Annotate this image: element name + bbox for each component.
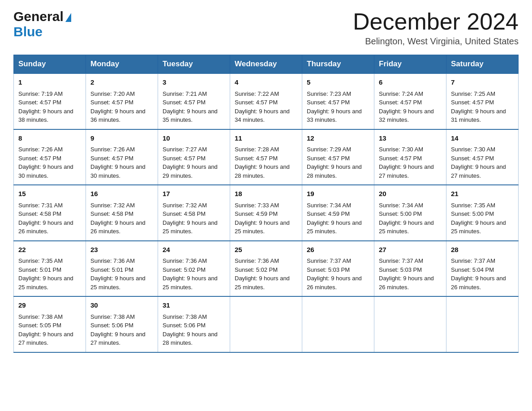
calendar-cell: 13Sunrise: 7:30 AMSunset: 4:57 PMDayligh… (374, 129, 446, 185)
sunrise-label: Sunrise: 7:33 AM (235, 202, 279, 209)
sunset-label: Sunset: 4:57 PM (18, 99, 61, 106)
sunset-label: Sunset: 5:05 PM (18, 322, 61, 329)
calendar-cell (230, 296, 302, 352)
sunset-label: Sunset: 5:02 PM (235, 266, 278, 273)
calendar-cell: 30Sunrise: 7:38 AMSunset: 5:06 PMDayligh… (86, 296, 158, 352)
daylight-label: Daylight: 9 hours and 34 minutes. (235, 108, 290, 124)
calendar-header-row: Sunday Monday Tuesday Wednesday Thursday… (14, 55, 519, 74)
calendar-cell: 25Sunrise: 7:36 AMSunset: 5:02 PMDayligh… (230, 241, 302, 297)
sunrise-label: Sunrise: 7:19 AM (18, 90, 63, 97)
calendar-cell: 31Sunrise: 7:38 AMSunset: 5:06 PMDayligh… (158, 296, 230, 352)
calendar-cell: 19Sunrise: 7:34 AMSunset: 4:59 PMDayligh… (302, 185, 374, 241)
day-number: 23 (90, 245, 153, 255)
col-sunday: Sunday (14, 55, 86, 74)
logo-general-text: General (13, 9, 64, 24)
sunrise-label: Sunrise: 7:27 AM (163, 146, 207, 153)
calendar-cell: 24Sunrise: 7:36 AMSunset: 5:02 PMDayligh… (158, 241, 230, 297)
sunset-label: Sunset: 4:57 PM (235, 99, 278, 106)
day-number: 15 (18, 189, 81, 199)
calendar-cell: 8Sunrise: 7:26 AMSunset: 4:57 PMDaylight… (14, 129, 86, 185)
day-number: 5 (307, 77, 369, 88)
sunrise-label: Sunrise: 7:24 AM (379, 90, 423, 97)
daylight-label: Daylight: 9 hours and 32 minutes. (379, 108, 434, 124)
day-number: 16 (90, 189, 153, 199)
sunrise-label: Sunrise: 7:22 AM (235, 90, 279, 97)
daylight-label: Daylight: 9 hours and 30 minutes. (18, 163, 73, 179)
calendar-cell: 4Sunrise: 7:22 AMSunset: 4:57 PMDaylight… (230, 73, 302, 129)
calendar-week-3: 15Sunrise: 7:31 AMSunset: 4:58 PMDayligh… (14, 185, 519, 241)
sunset-label: Sunset: 5:01 PM (90, 266, 133, 273)
daylight-label: Daylight: 9 hours and 27 minutes. (379, 163, 434, 179)
sunrise-label: Sunrise: 7:34 AM (379, 202, 423, 209)
calendar-week-1: 1Sunrise: 7:19 AMSunset: 4:57 PMDaylight… (14, 73, 519, 129)
daylight-label: Daylight: 9 hours and 25 minutes. (163, 275, 218, 291)
daylight-label: Daylight: 9 hours and 25 minutes. (163, 219, 218, 235)
sunset-label: Sunset: 5:03 PM (307, 266, 350, 273)
calendar-cell: 17Sunrise: 7:32 AMSunset: 4:58 PMDayligh… (158, 185, 230, 241)
sunset-label: Sunset: 4:59 PM (307, 210, 350, 217)
sunrise-label: Sunrise: 7:21 AM (163, 90, 207, 97)
sunrise-label: Sunrise: 7:37 AM (307, 257, 351, 264)
calendar-cell: 1Sunrise: 7:19 AMSunset: 4:57 PMDaylight… (14, 73, 86, 129)
sunrise-label: Sunrise: 7:38 AM (18, 313, 63, 320)
day-number: 21 (451, 189, 514, 199)
day-number: 2 (90, 77, 153, 88)
calendar-cell: 29Sunrise: 7:38 AMSunset: 5:05 PMDayligh… (14, 296, 86, 352)
day-number: 30 (90, 300, 153, 311)
sunrise-label: Sunrise: 7:32 AM (163, 202, 207, 209)
daylight-label: Daylight: 9 hours and 29 minutes. (163, 163, 218, 179)
day-number: 14 (451, 133, 514, 144)
col-monday: Monday (86, 55, 158, 74)
col-tuesday: Tuesday (158, 55, 230, 74)
daylight-label: Daylight: 9 hours and 27 minutes. (451, 163, 506, 179)
daylight-label: Daylight: 9 hours and 26 minutes. (90, 219, 146, 235)
day-number: 31 (163, 300, 225, 311)
calendar-cell: 26Sunrise: 7:37 AMSunset: 5:03 PMDayligh… (302, 241, 374, 297)
day-number: 22 (18, 245, 81, 255)
sunset-label: Sunset: 5:00 PM (451, 210, 494, 217)
sunrise-label: Sunrise: 7:32 AM (90, 202, 135, 209)
sunset-label: Sunset: 5:04 PM (451, 266, 494, 273)
day-number: 24 (163, 245, 225, 255)
sunrise-label: Sunrise: 7:23 AM (307, 90, 351, 97)
sunset-label: Sunset: 4:58 PM (18, 210, 61, 217)
daylight-label: Daylight: 9 hours and 26 minutes. (307, 275, 362, 291)
day-number: 25 (235, 245, 297, 255)
sunset-label: Sunset: 5:06 PM (163, 322, 206, 329)
calendar-cell: 9Sunrise: 7:26 AMSunset: 4:57 PMDaylight… (86, 129, 158, 185)
daylight-label: Daylight: 9 hours and 28 minutes. (235, 163, 290, 179)
sunset-label: Sunset: 4:57 PM (379, 99, 422, 106)
page-title: December 2024 (353, 9, 519, 34)
sunset-label: Sunset: 4:58 PM (163, 210, 206, 217)
day-number: 28 (451, 245, 514, 255)
col-thursday: Thursday (302, 55, 374, 74)
daylight-label: Daylight: 9 hours and 30 minutes. (90, 163, 146, 179)
calendar-cell: 21Sunrise: 7:35 AMSunset: 5:00 PMDayligh… (446, 185, 519, 241)
day-number: 27 (379, 245, 442, 255)
sunset-label: Sunset: 5:06 PM (90, 322, 133, 329)
sunrise-label: Sunrise: 7:36 AM (235, 257, 279, 264)
logo-arrow-icon (65, 13, 71, 22)
sunset-label: Sunset: 4:57 PM (451, 99, 494, 106)
sunset-label: Sunset: 4:57 PM (235, 155, 278, 162)
sunrise-label: Sunrise: 7:37 AM (379, 257, 423, 264)
sunset-label: Sunset: 4:57 PM (90, 155, 133, 162)
day-number: 10 (163, 133, 225, 144)
calendar-cell: 22Sunrise: 7:35 AMSunset: 5:01 PMDayligh… (14, 241, 86, 297)
daylight-label: Daylight: 9 hours and 25 minutes. (451, 219, 506, 235)
calendar-cell: 27Sunrise: 7:37 AMSunset: 5:03 PMDayligh… (374, 241, 446, 297)
daylight-label: Daylight: 9 hours and 27 minutes. (18, 331, 73, 347)
sunset-label: Sunset: 5:00 PM (379, 210, 422, 217)
day-number: 26 (307, 245, 369, 255)
sunset-label: Sunset: 4:57 PM (379, 155, 422, 162)
day-number: 29 (18, 300, 81, 311)
col-wednesday: Wednesday (230, 55, 302, 74)
daylight-label: Daylight: 9 hours and 25 minutes. (379, 219, 434, 235)
daylight-label: Daylight: 9 hours and 27 minutes. (90, 331, 146, 347)
sunrise-label: Sunrise: 7:26 AM (18, 146, 63, 153)
day-number: 9 (90, 133, 153, 144)
daylight-label: Daylight: 9 hours and 35 minutes. (163, 108, 218, 124)
daylight-label: Daylight: 9 hours and 26 minutes. (451, 275, 506, 291)
calendar-cell: 14Sunrise: 7:30 AMSunset: 4:57 PMDayligh… (446, 129, 519, 185)
daylight-label: Daylight: 9 hours and 25 minutes. (235, 219, 290, 235)
